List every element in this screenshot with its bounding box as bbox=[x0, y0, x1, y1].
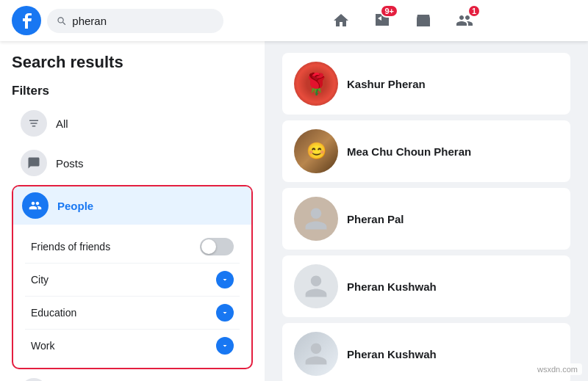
result-name-5: Pheran Kushwah bbox=[347, 348, 437, 360]
result-card-4[interactable]: Pheran Kushwah bbox=[282, 255, 570, 317]
result-card-1[interactable]: 🌹 Kashur Pheran bbox=[282, 53, 570, 115]
nav-center: 9+ 1 bbox=[229, 3, 576, 38]
city-label: City bbox=[31, 274, 49, 286]
friends-of-friends-toggle[interactable] bbox=[200, 238, 234, 255]
watermark: wsxdn.com bbox=[533, 363, 582, 375]
education-label: Education bbox=[31, 307, 76, 319]
people-filter-label: People bbox=[57, 200, 93, 212]
avatar-rose-emoji: 🌹 bbox=[294, 62, 338, 106]
friends-of-friends-label: Friends of friends bbox=[31, 241, 110, 253]
result-name-3: Pheran Pal bbox=[347, 213, 404, 225]
result-name-4: Pheran Kushwah bbox=[347, 280, 437, 293]
search-bar[interactable] bbox=[47, 9, 223, 33]
posts-filter-icon bbox=[21, 150, 47, 176]
work-label: Work bbox=[31, 340, 54, 352]
watch-nav-button[interactable]: 9+ bbox=[365, 3, 400, 38]
avatar-2: 😊 bbox=[294, 129, 338, 173]
watch-badge: 9+ bbox=[380, 4, 398, 18]
search-icon bbox=[56, 15, 66, 26]
result-card-5[interactable]: Pheran Kushwah bbox=[282, 323, 570, 381]
people-options: Friends of friends City Education bbox=[13, 225, 251, 368]
avatar-1: 🌹 bbox=[294, 62, 338, 106]
education-option[interactable]: Education bbox=[25, 297, 240, 330]
people-filter-header[interactable]: People bbox=[13, 186, 251, 225]
avatar-3 bbox=[294, 197, 338, 241]
avatar-4 bbox=[294, 264, 338, 308]
page-title: Search results bbox=[12, 53, 253, 72]
education-dropdown-arrow[interactable] bbox=[216, 304, 234, 322]
city-dropdown-arrow[interactable] bbox=[216, 271, 234, 289]
search-input[interactable] bbox=[72, 15, 215, 27]
filters-label: Filters bbox=[12, 84, 253, 98]
people-filter-section: People Friends of friends City bbox=[12, 185, 253, 369]
toggle-knob bbox=[201, 239, 216, 254]
filter-all[interactable]: All bbox=[12, 104, 253, 142]
filter-posts-label: Posts bbox=[56, 157, 84, 170]
filter-photos[interactable]: Photos bbox=[12, 372, 253, 381]
work-option[interactable]: Work bbox=[25, 330, 240, 362]
result-card-3[interactable]: Pheran Pal bbox=[282, 188, 570, 250]
search-results-area: 🌹 Kashur Pheran 😊 Mea Chu Choun Pheran P… bbox=[265, 41, 588, 381]
facebook-logo[interactable] bbox=[12, 6, 41, 35]
result-name-1: Kashur Pheran bbox=[347, 78, 426, 90]
main-layout: Search results Filters All Posts People bbox=[0, 41, 588, 381]
top-navigation: 9+ 1 bbox=[0, 0, 588, 41]
home-nav-button[interactable] bbox=[323, 3, 359, 38]
result-card-2[interactable]: 😊 Mea Chu Choun Pheran bbox=[282, 120, 570, 182]
friends-nav-button[interactable]: 1 bbox=[447, 3, 482, 38]
work-dropdown-arrow[interactable] bbox=[216, 337, 234, 355]
friends-of-friends-option: Friends of friends bbox=[25, 231, 240, 264]
people-filter-icon bbox=[22, 192, 49, 219]
all-filter-icon bbox=[21, 110, 47, 137]
sidebar: Search results Filters All Posts People bbox=[0, 41, 265, 381]
avatar-5 bbox=[294, 332, 338, 376]
result-name-2: Mea Chu Choun Pheran bbox=[347, 145, 471, 158]
filter-all-label: All bbox=[56, 117, 68, 130]
friends-badge: 1 bbox=[467, 4, 481, 18]
filter-posts[interactable]: Posts bbox=[12, 144, 253, 182]
city-option[interactable]: City bbox=[25, 264, 240, 297]
marketplace-nav-button[interactable] bbox=[406, 3, 441, 38]
photos-filter-icon bbox=[21, 378, 47, 381]
